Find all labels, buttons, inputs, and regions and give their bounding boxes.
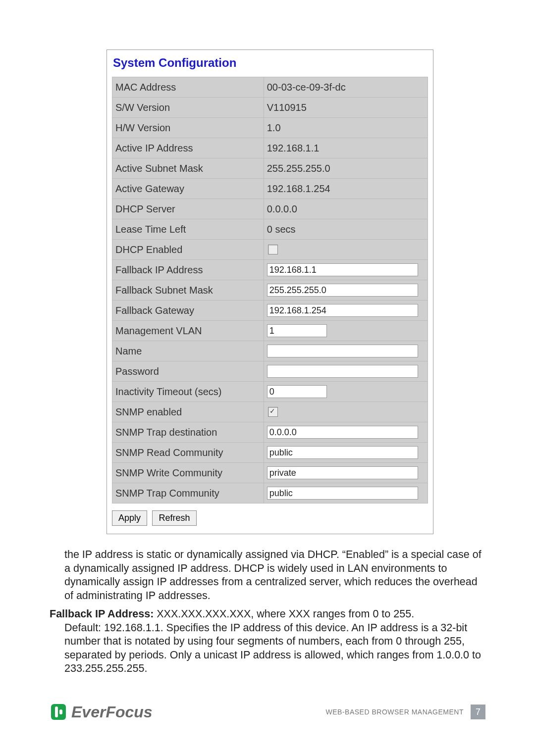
- table-row: Name: [112, 341, 428, 361]
- value-sw-version: V110915: [264, 98, 428, 118]
- value-active-subnet: 255.255.255.0: [264, 158, 428, 179]
- label-dhcp-server: DHCP Server: [112, 199, 264, 219]
- table-row: Password: [112, 361, 428, 382]
- panel-title: System Configuration: [113, 56, 428, 70]
- value-lease-time: 0 secs: [264, 219, 428, 240]
- label-snmp-trap-dest: SNMP Trap destination: [112, 422, 264, 443]
- value-active-gateway: 192.168.1.254: [264, 179, 428, 199]
- fallback-ip-rest: Default: 192.168.1.1. Specifies the IP a…: [64, 621, 485, 676]
- value-dhcp-enabled: [264, 240, 428, 260]
- page-footer: EverFocus WEB-BASED BROWSER MANAGEMENT 7: [50, 703, 485, 721]
- label-fallback-gateway: Fallback Gateway: [112, 301, 264, 321]
- paragraph-dhcp: the IP address is static or dynamically …: [64, 548, 485, 603]
- svg-rect-0: [51, 704, 66, 720]
- table-row: MAC Address00-03-ce-09-3f-dc: [112, 77, 428, 98]
- brand-name: EverFocus: [71, 703, 153, 721]
- snmp-read-community-input[interactable]: [267, 446, 419, 459]
- svg-rect-2: [59, 709, 62, 714]
- table-row: Active Subnet Mask255.255.255.0: [112, 158, 428, 179]
- label-snmp-enabled: SNMP enabled: [112, 402, 264, 422]
- table-row: SNMP Trap Community: [112, 483, 428, 504]
- apply-button[interactable]: Apply: [112, 510, 147, 526]
- system-configuration-panel: System Configuration MAC Address00-03-ce…: [107, 50, 433, 534]
- label-mac-address: MAC Address: [112, 77, 264, 98]
- label-fallback-subnet: Fallback Subnet Mask: [112, 280, 264, 301]
- label-snmp-trap-community: SNMP Trap Community: [112, 483, 264, 504]
- table-row: DHCP Server0.0.0.0: [112, 199, 428, 219]
- term-fallback-ip: Fallback IP Address:: [50, 608, 157, 620]
- label-snmp-write-community: SNMP Write Community: [112, 463, 264, 483]
- value-active-ip: 192.168.1.1: [264, 138, 428, 158]
- page-number: 7: [471, 705, 485, 719]
- label-fallback-ip: Fallback IP Address: [112, 260, 264, 280]
- management-vlan-input[interactable]: [267, 324, 327, 337]
- snmp-trap-community-input[interactable]: [267, 487, 419, 500]
- label-lease-time: Lease Time Left: [112, 219, 264, 240]
- fallback-ip-line1: XXX.XXX.XXX.XXX, where XXX ranges from 0…: [157, 608, 414, 620]
- label-hw-version: H/W Version: [112, 118, 264, 138]
- table-row: SNMP Write Community: [112, 463, 428, 483]
- label-sw-version: S/W Version: [112, 98, 264, 118]
- label-inactivity-timeout: Inactivity Timeout (secs): [112, 382, 264, 402]
- table-row: Lease Time Left0 secs: [112, 219, 428, 240]
- label-management-vlan: Management VLAN: [112, 321, 264, 341]
- paragraph-fallback-ip: Fallback IP Address: XXX.XXX.XXX.XXX, wh…: [50, 607, 485, 676]
- table-row: DHCP Enabled: [112, 240, 428, 260]
- label-password: Password: [112, 361, 264, 382]
- table-row: SNMP Read Community: [112, 443, 428, 463]
- inactivity-timeout-input[interactable]: [267, 385, 327, 398]
- snmp-enabled-checkbox[interactable]: [268, 407, 278, 417]
- table-row: SNMP Trap destination: [112, 422, 428, 443]
- table-row: Fallback IP Address: [112, 260, 428, 280]
- footer-section-label: WEB-BASED BROWSER MANAGEMENT: [326, 708, 464, 716]
- body-text: the IP address is static or dynamically …: [50, 548, 485, 676]
- svg-rect-1: [55, 706, 58, 717]
- config-table: MAC Address00-03-ce-09-3f-dc S/W Version…: [112, 77, 428, 504]
- label-active-ip: Active IP Address: [112, 138, 264, 158]
- label-snmp-read-community: SNMP Read Community: [112, 443, 264, 463]
- snmp-trap-dest-input[interactable]: [267, 426, 419, 439]
- table-row: H/W Version1.0: [112, 118, 428, 138]
- value-dhcp-server: 0.0.0.0: [264, 199, 428, 219]
- label-active-gateway: Active Gateway: [112, 179, 264, 199]
- table-row: Management VLAN: [112, 321, 428, 341]
- table-row: Fallback Subnet Mask: [112, 280, 428, 301]
- refresh-button[interactable]: Refresh: [152, 510, 196, 526]
- table-row: Active IP Address192.168.1.1: [112, 138, 428, 158]
- table-row: Fallback Gateway: [112, 301, 428, 321]
- table-row: Active Gateway192.168.1.254: [112, 179, 428, 199]
- brand-icon: [50, 703, 68, 721]
- table-row: SNMP enabled: [112, 402, 428, 422]
- password-input[interactable]: [267, 365, 419, 378]
- value-mac-address: 00-03-ce-09-3f-dc: [264, 77, 428, 98]
- brand-logo: EverFocus: [50, 703, 153, 721]
- fallback-subnet-input[interactable]: [267, 284, 419, 297]
- fallback-gateway-input[interactable]: [267, 304, 419, 317]
- fallback-ip-input[interactable]: [267, 263, 419, 276]
- dhcp-enabled-checkbox[interactable]: [268, 245, 278, 254]
- value-hw-version: 1.0: [264, 118, 428, 138]
- table-row: S/W VersionV110915: [112, 98, 428, 118]
- snmp-write-community-input[interactable]: [267, 466, 419, 479]
- label-active-subnet: Active Subnet Mask: [112, 158, 264, 179]
- label-dhcp-enabled: DHCP Enabled: [112, 240, 264, 260]
- value-snmp-enabled: [264, 402, 428, 422]
- label-name: Name: [112, 341, 264, 361]
- name-input[interactable]: [267, 345, 419, 357]
- table-row: Inactivity Timeout (secs): [112, 382, 428, 402]
